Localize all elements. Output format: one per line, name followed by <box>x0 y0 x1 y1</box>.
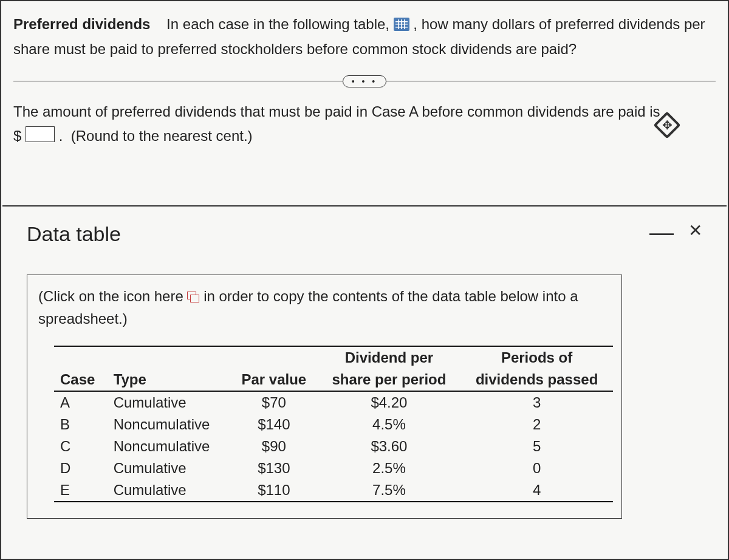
cell-case: B <box>54 414 108 435</box>
table-row: BNoncumulative$1404.5%2 <box>54 414 613 435</box>
cell-div: 7.5% <box>318 479 461 502</box>
col-par: Par value <box>230 346 318 391</box>
minimize-icon[interactable]: — <box>649 220 674 244</box>
cell-div: 2.5% <box>318 457 461 479</box>
window-controls: — ✕ <box>649 222 702 247</box>
cell-case: A <box>54 391 108 414</box>
table-row: CNoncumulative$90$3.605 <box>54 435 613 457</box>
cell-div: 4.5% <box>318 414 461 435</box>
col-div-l1: Dividend per <box>318 346 461 369</box>
cell-periods: 0 <box>460 457 613 479</box>
table-icon[interactable] <box>394 18 409 31</box>
cell-case: C <box>54 435 108 457</box>
cell-case: D <box>54 457 108 479</box>
divider-line-right <box>386 81 716 82</box>
col-periods-l2: dividends passed <box>460 369 613 391</box>
dots-pill[interactable]: • • • <box>343 75 386 87</box>
cell-par: $70 <box>230 391 318 414</box>
panel-title: Data table <box>27 222 121 246</box>
cell-par: $140 <box>230 414 318 435</box>
instruction-text: (Click on the icon here in order to copy… <box>38 285 611 330</box>
data-table-panel: Data table — ✕ (Click on the icon here i… <box>2 205 727 558</box>
answer-input[interactable] <box>26 126 55 142</box>
col-type: Type <box>108 346 230 391</box>
col-div-l2: share per period <box>318 369 461 391</box>
move-handle-icon[interactable] <box>653 111 680 138</box>
instr-before: (Click on the icon here <box>38 288 187 304</box>
cell-type: Noncumulative <box>108 414 230 435</box>
copy-table-icon[interactable] <box>187 292 199 302</box>
cell-par: $130 <box>230 457 318 479</box>
col-periods-l1: Periods of <box>460 346 613 369</box>
cell-periods: 5 <box>460 435 613 457</box>
table-body: ACumulative$70$4.203BNoncumulative$1404.… <box>54 391 613 502</box>
problem-intro: Preferred dividends In each case in the … <box>13 12 716 62</box>
intro-text-before: In each case in the following table, <box>166 16 394 32</box>
cell-type: Noncumulative <box>108 435 230 457</box>
cell-div: $3.60 <box>318 435 461 457</box>
panel-header: Data table — ✕ <box>27 222 702 247</box>
problem-title: Preferred dividends <box>13 16 150 32</box>
table-row: ECumulative$1107.5%4 <box>54 479 613 502</box>
page-container: Preferred dividends In each case in the … <box>0 0 729 560</box>
cell-periods: 3 <box>460 391 613 414</box>
section-divider: • • • <box>13 75 716 87</box>
table-row: DCumulative$1302.5%0 <box>54 457 613 479</box>
cell-div: $4.20 <box>318 391 461 414</box>
question-block: The amount of preferred dividends that m… <box>13 100 716 149</box>
question-text: The amount of preferred dividends that m… <box>13 103 660 120</box>
table-row: ACumulative$70$4.203 <box>54 391 613 414</box>
divider-line-left <box>13 81 343 82</box>
cell-type: Cumulative <box>108 457 230 479</box>
rounding-note: (Round to the nearest cent.) <box>71 128 253 144</box>
instruction-box: (Click on the icon here in order to copy… <box>27 275 622 519</box>
currency-symbol: $ <box>13 128 21 144</box>
data-table: Case Type Par value Dividend per Periods… <box>54 346 613 502</box>
cell-periods: 4 <box>460 479 613 502</box>
cell-type: Cumulative <box>108 391 230 414</box>
cell-periods: 2 <box>460 414 613 435</box>
col-case: Case <box>54 346 108 391</box>
cell-case: E <box>54 479 108 502</box>
close-icon[interactable]: ✕ <box>688 222 702 247</box>
cell-par: $90 <box>230 435 318 457</box>
cell-type: Cumulative <box>108 479 230 502</box>
cell-par: $110 <box>230 479 318 502</box>
